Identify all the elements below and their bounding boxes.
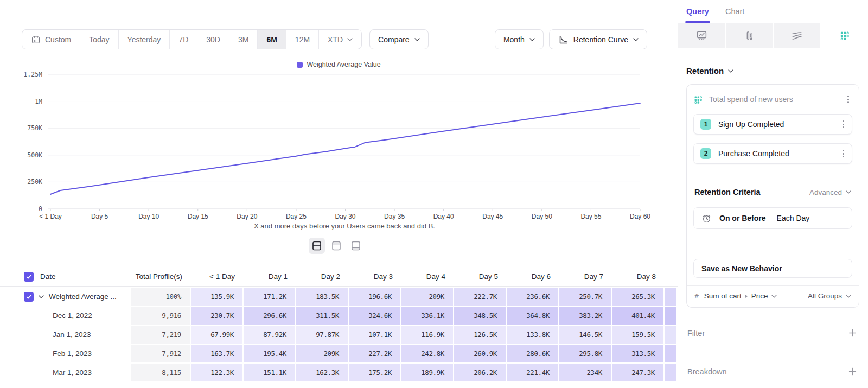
chevron-down-icon [414, 38, 420, 41]
retention-value-cell[interactable]: 133.8K [507, 326, 559, 345]
retention-value-cell[interactable]: 401.4K [612, 307, 665, 326]
granularity-label: Month [503, 35, 525, 44]
kebab-menu-icon[interactable] [839, 148, 847, 160]
top-panel-view-icon[interactable] [328, 238, 344, 254]
retention-value-cell[interactable]: 175.2K [349, 364, 401, 383]
criteria-condition-row[interactable]: On or Before Each Day [693, 207, 852, 229]
retention-value-cell[interactable]: 296.6K [244, 307, 296, 326]
retention-value-cell[interactable]: 313.5K [612, 345, 665, 364]
add-filter-button[interactable] [847, 327, 858, 339]
toolbar: CustomTodayYesterday7D30D3M6M12MXTD Comp… [22, 29, 647, 49]
retention-value-cell[interactable]: 311.5K [296, 307, 349, 326]
retention-value-cell[interactable]: 135.9K [191, 288, 244, 307]
retention-value-cell[interactable]: 230.7K [191, 307, 244, 326]
range-button-12m[interactable]: 12M [286, 30, 318, 49]
row-date-label: Feb 1, 2023 [0, 345, 131, 364]
save-as-new-behavior-button[interactable]: Save as New Behavior [693, 259, 852, 278]
tab-chart[interactable]: Chart [725, 0, 744, 23]
range-button-6m[interactable]: 6M [257, 30, 285, 49]
view-tab-bar-chart[interactable] [726, 23, 774, 48]
retention-value-cell[interactable]: 146.5K [559, 326, 612, 345]
groups-dropdown[interactable]: All Groups [808, 292, 851, 300]
kebab-menu-icon[interactable] [839, 118, 847, 130]
range-button-xtd[interactable]: XTD [318, 30, 361, 49]
retention-value-cell[interactable]: 67.99K [191, 326, 244, 345]
retention-value-cell[interactable]: 159.5K [612, 326, 665, 345]
retention-value-cell[interactable]: 206.2K [454, 364, 507, 383]
retention-value-cell[interactable]: 265.3K [612, 288, 665, 307]
retention-value-cell[interactable]: 247.3K [612, 364, 665, 383]
retention-value-cell[interactable]: 163.7K [191, 345, 244, 364]
checkbox-checked[interactable] [24, 272, 34, 282]
bottom-panel-view-icon[interactable] [348, 238, 364, 254]
column-header: Day 2 [296, 267, 349, 287]
view-tab-retention-grid[interactable] [821, 23, 868, 48]
criteria-mode-dropdown[interactable]: Advanced [809, 188, 851, 196]
range-button-today[interactable]: Today [80, 30, 118, 49]
measure-property-dropdown[interactable]: Sum of cart Price [704, 292, 777, 300]
retention-value-cell[interactable]: 122.3K [191, 364, 244, 383]
retention-value-cell[interactable]: 221.4K [507, 364, 559, 383]
alarm-clock-icon [701, 213, 712, 224]
retention-value-cell[interactable]: 242.8K [401, 345, 454, 364]
main-area: CustomTodayYesterday7D30D3M6M12MXTD Comp… [0, 0, 678, 388]
retention-value-cell[interactable]: 151.1K [244, 364, 296, 383]
retention-value-cell[interactable]: 236.6K [507, 288, 559, 307]
date-range-control[interactable]: CustomTodayYesterday7D30D3M6M12MXTD [22, 29, 362, 49]
retention-value-cell[interactable]: 383.2K [559, 307, 612, 326]
granularity-button[interactable]: Month [495, 29, 544, 49]
tab-query[interactable]: Query [686, 0, 709, 23]
retention-value-cell[interactable]: 209K [296, 345, 349, 364]
split-view-icon[interactable] [309, 238, 325, 254]
range-button-custom[interactable]: Custom [22, 30, 80, 49]
svg-text:500K: 500K [27, 151, 42, 159]
retention-value-cell[interactable]: 126.5K [454, 326, 507, 345]
view-tab-flows[interactable] [774, 23, 821, 48]
retention-value-cell[interactable]: 189.9K [401, 364, 454, 383]
retention-value-cell[interactable]: 196.6K [349, 288, 401, 307]
retention-value-cell[interactable]: 107.1K [349, 326, 401, 345]
retention-value-cell[interactable]: 250.7K [559, 288, 612, 307]
retention-value-cell[interactable]: 87.92K [244, 326, 296, 345]
svg-text:1.25M: 1.25M [23, 71, 42, 78]
retention-value-cell[interactable]: 280.6K [507, 345, 559, 364]
range-button-yesterday[interactable]: Yesterday [118, 30, 170, 49]
range-button-30d[interactable]: 30D [197, 30, 229, 49]
retention-value-cell[interactable]: 260.9K [454, 345, 507, 364]
retention-value-cell[interactable]: 195.4K [244, 345, 296, 364]
compare-button[interactable]: Compare [369, 29, 429, 49]
retention-value-cell[interactable]: 227.2K [349, 345, 401, 364]
hash-icon: # [694, 292, 699, 300]
range-button-3m[interactable]: 3M [229, 30, 257, 49]
retention-value-cell[interactable]: 336.1K [401, 307, 454, 326]
checkbox-checked[interactable] [24, 292, 34, 302]
section-filter: Filter [686, 327, 859, 339]
retention-value-cell[interactable]: 234K [559, 364, 612, 383]
retention-value-cell[interactable]: 162.3K [296, 364, 349, 383]
retention-value-cell[interactable]: 97.87K [296, 326, 349, 345]
retention-value-cell[interactable]: 209K [401, 288, 454, 307]
view-tab-line-chart[interactable] [678, 23, 726, 48]
retention-value-cell[interactable]: 116.9K [401, 326, 454, 345]
event-step-1[interactable]: 1Sign Up Completed [693, 114, 852, 135]
report-type-dropdown[interactable]: Retention [686, 66, 859, 75]
measure-property-label: Price [751, 292, 768, 300]
retention-value-cell[interactable]: 171.2K [244, 288, 296, 307]
total-profiles-cell: 100% [131, 288, 191, 307]
table-body: Weighted Average ...100%135.9K171.2K183.… [0, 288, 678, 383]
kebab-menu-icon[interactable] [844, 93, 852, 105]
chevron-down-icon[interactable] [39, 295, 44, 298]
behavior-card-header: Total spend of new users [693, 91, 852, 107]
retention-value-cell[interactable]: 222.7K [454, 288, 507, 307]
chart-type-button[interactable]: Retention Curve [549, 29, 647, 49]
retention-value-cell[interactable]: 348.5K [454, 307, 507, 326]
svg-text:Day 45: Day 45 [482, 213, 503, 220]
retention-value-cell[interactable]: 295.8K [559, 345, 612, 364]
range-button-7d[interactable]: 7D [169, 30, 197, 49]
event-step-2[interactable]: 2Purchase Completed [693, 143, 852, 164]
retention-value-cell[interactable]: 324.6K [349, 307, 401, 326]
retention-value-cell[interactable]: 364.8K [507, 307, 559, 326]
add-breakdown-button[interactable] [847, 366, 858, 377]
retention-value-cell[interactable]: 183.5K [296, 288, 349, 307]
row-weighted-average[interactable]: Weighted Average ... [0, 288, 131, 307]
